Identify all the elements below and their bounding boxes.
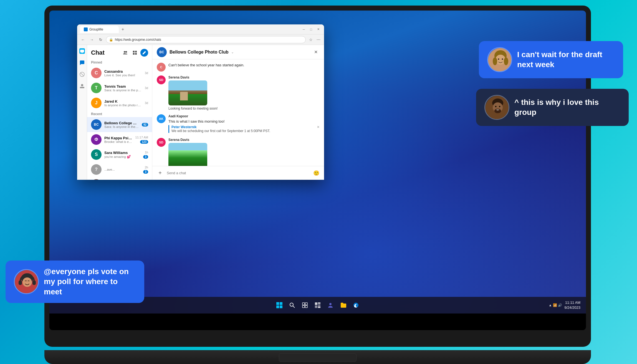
svg-line-3: [80, 73, 84, 76]
svg-point-17: [290, 303, 293, 306]
taskbar-right: ▲ 📶 🔊 11:11 AM 9/24/2023: [549, 300, 580, 310]
chat-badge-unknown: 3: [143, 170, 148, 174]
svg-rect-22: [305, 305, 307, 308]
app-sidebar: [77, 45, 87, 180]
favorites-icon[interactable]: ☆: [307, 36, 314, 43]
chat-meta-phi: 11:17 AM 123: [135, 136, 148, 144]
chat-name-phi: Phi Kappa Psi '23: [104, 136, 133, 140]
chat-meta-unknown: 2h 3: [143, 166, 148, 174]
message-input[interactable]: [167, 171, 310, 175]
group-avatar-bellows: BC: [157, 47, 167, 57]
chat-item-bellows[interactable]: BC Bellows College Photo Club Sara: Is a…: [87, 117, 152, 132]
avatar-bellows: BC: [91, 119, 102, 130]
avatar-colin: CB: [91, 179, 102, 180]
svg-rect-10: [135, 51, 137, 52]
address-bar[interactable]: 🔒 https://web.groupme.com/chats: [106, 36, 306, 43]
refresh-button[interactable]: ↻: [97, 36, 104, 43]
chat-item-jared[interactable]: J Jared K Is anyone in the photo room? 3…: [87, 95, 152, 110]
taskbar-center: [274, 300, 361, 310]
msg-image-4: [168, 143, 207, 166]
maximize-button[interactable]: □: [308, 26, 314, 32]
chat-main-header: BC Bellows College Photo Club ⌄ ✕: [152, 45, 324, 59]
sidebar-icon-blocked[interactable]: [78, 70, 86, 78]
sidebar-icon-home[interactable]: [78, 47, 86, 55]
minimize-button[interactable]: ─: [301, 26, 307, 32]
new-tab-button[interactable]: +: [122, 27, 124, 32]
svg-point-36: [498, 59, 499, 60]
svg-rect-9: [133, 51, 135, 52]
widgets-button[interactable]: [313, 300, 323, 310]
bubble-avatar-1: [487, 47, 512, 72]
msg-caption-2: Looking forward to meeting soon!: [168, 107, 320, 110]
chat-meta-jared: 3d: [145, 101, 148, 105]
chat-info-cassandra: Cassandra Love it. See you then!: [104, 69, 142, 77]
chat-time-tennis: 3d: [145, 86, 148, 90]
teams-taskbar-button[interactable]: [325, 300, 335, 310]
avatar-jared: J: [91, 98, 102, 108]
back-button[interactable]: ←: [79, 36, 87, 43]
svg-rect-25: [318, 304, 320, 306]
edge-taskbar-button[interactable]: [351, 300, 361, 310]
search-taskbar-button[interactable]: [287, 300, 297, 310]
avatar-phi: Φ: [91, 134, 102, 145]
svg-rect-14: [280, 302, 282, 305]
msg-avatar-2: SD: [157, 75, 166, 84]
chat-list-header: Chat: [87, 45, 152, 59]
msg-content-4: Serena Davis Looking forward to meeting …: [168, 138, 320, 166]
chat-item-phi[interactable]: Φ Phi Kappa Psi '23 Brooke: what is ever…: [87, 132, 152, 147]
close-button[interactable]: ✕: [315, 26, 321, 32]
bubble-text-1: I can't wait for the draft next week: [517, 50, 614, 70]
message-row-4: SD Serena Davis Looking forward to meeti…: [157, 138, 320, 166]
msg-quote-3: ✕ Peter Westernik We will be scheduling …: [168, 125, 320, 133]
chat-time-sara: 1h: [145, 151, 148, 154]
chat-info-phi: Phi Kappa Psi '23 Brooke: what is everyo…: [104, 136, 133, 143]
close-chat-button[interactable]: ✕: [312, 48, 320, 56]
browser-tab[interactable]: GroupMe: [80, 26, 119, 33]
sidebar-icon-chat[interactable]: [78, 59, 86, 67]
grid-icon-btn[interactable]: [131, 49, 139, 57]
chat-item-unknown[interactable]: ? ...ave... 2h 3: [87, 162, 152, 177]
task-view-button[interactable]: [300, 300, 310, 310]
quote-dismiss-icon[interactable]: ✕: [317, 125, 320, 129]
start-button[interactable]: [274, 300, 284, 310]
people-icon-btn[interactable]: [122, 49, 129, 57]
chat-item-sara[interactable]: S Sara Williams you're amazing 💕 1h 3: [87, 147, 152, 162]
chat-item-tennis[interactable]: T Tennis Team Sara: Is anyone in the pho…: [87, 80, 152, 95]
svg-rect-23: [315, 302, 317, 305]
svg-rect-47: [32, 280, 36, 285]
browser-action-buttons: ☆ ⋯: [307, 36, 322, 43]
msg-content-1: Can't believe the school year has starte…: [168, 63, 320, 68]
compose-icon-btn[interactable]: [140, 49, 148, 57]
forward-button[interactable]: →: [88, 36, 95, 43]
group-chevron-icon[interactable]: ⌄: [231, 50, 234, 54]
avatar-cassandra: C: [91, 68, 102, 78]
msg-avatar-4: SD: [157, 138, 166, 147]
laptop-trackpad[interactable]: [279, 353, 357, 362]
msg-sender-4: Serena Davis: [168, 138, 320, 142]
browser-chrome: GroupMe + ─ □ ✕: [77, 24, 324, 34]
sidebar-icon-contacts[interactable]: [78, 82, 86, 90]
chat-preview-jared: Is anyone in the photo room?: [104, 103, 142, 107]
chat-item-cassandra[interactable]: C Cassandra Love it. See you then! 3d: [87, 65, 152, 80]
chat-item-colin[interactable]: CB Colin Ballinger Is anyone in the phot…: [87, 177, 152, 180]
message-row-2: SD Serena Davis Looking forward to meeti…: [157, 75, 320, 110]
svg-point-43: [495, 106, 497, 107]
add-attachment-button[interactable]: +: [156, 169, 164, 177]
files-taskbar-button[interactable]: [338, 300, 348, 310]
svg-point-6: [81, 84, 83, 86]
floating-bubble-3: @everyone pls vote on my poll for where …: [6, 261, 144, 303]
taskbar-clock: 11:11 AM 9/24/2023: [564, 300, 580, 310]
svg-rect-21: [302, 305, 305, 308]
msg-content-2: Serena Davis Looking forward to meeting …: [168, 75, 320, 110]
settings-icon[interactable]: ⋯: [315, 36, 322, 43]
emoji-button[interactable]: 🙂: [312, 169, 320, 177]
chat-info-sara: Sara Williams you're amazing 💕: [104, 151, 140, 159]
chat-badge-phi: 123: [140, 140, 148, 144]
svg-rect-12: [135, 53, 137, 55]
chat-preview-sara: you're amazing 💕: [104, 155, 140, 159]
browser-window: GroupMe + ─ □ ✕ ← → ↻: [77, 24, 324, 180]
avatar-unknown: ?: [91, 164, 102, 175]
quote-text-3: We will be scheduling our first call for…: [171, 129, 320, 133]
chat-meta-tennis: 3d: [145, 86, 148, 90]
message-row-3: AK Aadi Kapoor This is what I saw this m…: [157, 114, 320, 134]
